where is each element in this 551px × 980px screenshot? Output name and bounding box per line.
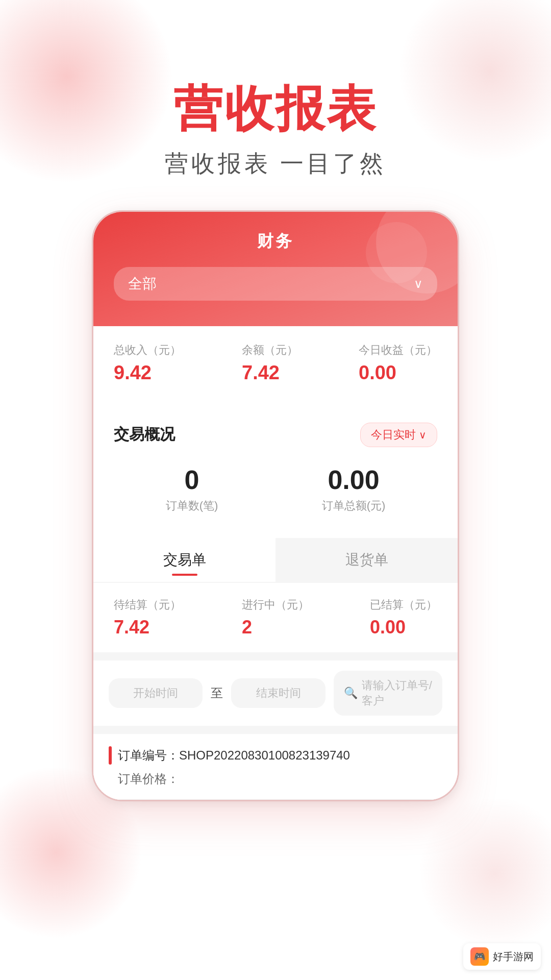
balance-stat: 余额（元） 7.42 [242, 342, 298, 384]
order-total-value: 0.00 [328, 464, 379, 495]
order-indicator [109, 746, 112, 765]
tab-transaction[interactable]: 交易单 [93, 538, 276, 582]
dropdown-label: 全部 [128, 274, 157, 293]
search-placeholder: 请输入订单号/客户 [362, 678, 432, 708]
order-total-stat: 0.00 订单总额(元) [322, 464, 386, 513]
balance-value: 7.42 [242, 362, 280, 384]
filter-bar: 开始时间 至 结束时间 🔍 请输入订单号/客户 [93, 660, 458, 726]
settled-label: 已结算（元） [370, 597, 437, 612]
dropdown-selector[interactable]: 全部 ∨ [114, 267, 437, 301]
total-income-stat: 总收入（元） 9.42 [114, 342, 181, 384]
pending-label: 待结算（元） [114, 597, 181, 612]
phone-mockup: 财务 全部 ∨ 总收入（元） 9.42 余额（元） 7.42 今日收益（元 [92, 210, 459, 801]
section-header: 交易概况 今日实时 ∨ [114, 423, 437, 447]
settled-value: 0.00 [370, 617, 437, 638]
phone-top-bar: 财务 全部 ∨ [93, 212, 458, 326]
phone-mockup-wrapper: 财务 全部 ∨ 总收入（元） 9.42 余额（元） 7.42 今日收益（元 [0, 210, 551, 801]
search-input-wrapper[interactable]: 🔍 请输入订单号/客户 [334, 671, 442, 716]
search-icon: 🔍 [344, 687, 358, 700]
balance-label: 余额（元） [242, 342, 298, 358]
pending-value: 7.42 [114, 617, 181, 638]
phone-content: 交易概况 今日实时 ∨ 0 订单数(笔) 0.00 订单总额(元) [93, 408, 458, 800]
stats-row: 总收入（元） 9.42 余额（元） 7.42 今日收益（元） 0.00 [114, 342, 437, 384]
page-header: 营收报表 营收报表 一目了然 [0, 0, 551, 180]
watermark: 🎮 好手游网 [463, 943, 541, 970]
settlement-stats: 待结算（元） 7.42 进行中（元） 2 已结算（元） 0.00 [93, 583, 458, 652]
pending-settlement: 待结算（元） 7.42 [114, 597, 181, 638]
total-income-label: 总收入（元） [114, 342, 181, 358]
order-count-label: 订单数(笔) [166, 498, 218, 513]
order-count-value: 0 [185, 464, 199, 495]
main-title: 营收报表 [0, 82, 551, 136]
order-item[interactable]: 订单编号：SHOP20220830100823139740 订单价格： [93, 734, 458, 800]
stats-card: 总收入（元） 9.42 余额（元） 7.42 今日收益（元） 0.00 [93, 326, 458, 400]
dropdown-arrow-icon: ∨ [414, 277, 423, 291]
watermark-icon: 🎮 [470, 947, 489, 966]
settlement-row: 待结算（元） 7.42 进行中（元） 2 已结算（元） 0.00 [114, 597, 437, 638]
order-total-label: 订单总额(元) [322, 498, 386, 513]
start-date-input[interactable]: 开始时间 [109, 678, 203, 708]
realtime-arrow-icon: ∨ [419, 429, 427, 441]
in-progress-label: 进行中（元） [242, 597, 309, 612]
realtime-text: 今日实时 [371, 427, 416, 443]
bg-decoration-bottom-right [418, 796, 551, 949]
today-income-stat: 今日收益（元） 0.00 [359, 342, 437, 384]
total-income-value: 9.42 [114, 362, 152, 384]
order-price-label: 订单价格： [118, 771, 179, 787]
tab-bar: 交易单 退货单 [93, 538, 458, 582]
today-income-value: 0.00 [359, 362, 396, 384]
tab-return[interactable]: 退货单 [276, 538, 458, 582]
transaction-overview: 交易概况 今日实时 ∨ 0 订单数(笔) 0.00 订单总额(元) [93, 408, 458, 538]
phone-title-bar: 财务 [114, 230, 437, 253]
order-price-row: 订单价格： [109, 771, 442, 787]
settled-settlement: 已结算（元） 0.00 [370, 597, 437, 638]
section-title: 交易概况 [114, 424, 175, 445]
date-separator: 至 [211, 685, 223, 701]
order-number-row: 订单编号：SHOP20220830100823139740 [109, 746, 442, 765]
today-income-label: 今日收益（元） [359, 342, 437, 358]
sub-title: 营收报表 一目了然 [0, 148, 551, 180]
end-date-input[interactable]: 结束时间 [231, 678, 325, 708]
order-count-stat: 0 订单数(笔) [166, 464, 218, 513]
phone-nav-title: 财务 [257, 230, 294, 253]
watermark-emoji: 🎮 [474, 951, 485, 962]
watermark-text: 好手游网 [493, 950, 534, 964]
start-date-placeholder: 开始时间 [133, 687, 178, 699]
end-date-placeholder: 结束时间 [256, 687, 301, 699]
in-progress-value: 2 [242, 617, 309, 638]
order-list: 订单编号：SHOP20220830100823139740 订单价格： [93, 734, 458, 800]
in-progress-settlement: 进行中（元） 2 [242, 597, 309, 638]
order-number-text: 订单编号：SHOP20220830100823139740 [118, 747, 350, 764]
realtime-badge[interactable]: 今日实时 ∨ [360, 423, 437, 447]
big-stats-row: 0 订单数(笔) 0.00 订单总额(元) [114, 459, 437, 524]
